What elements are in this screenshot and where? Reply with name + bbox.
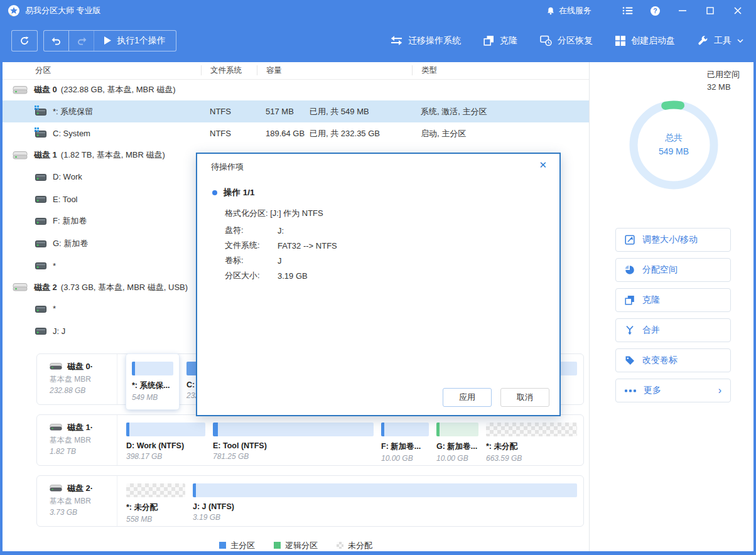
partition-icon — [35, 195, 46, 203]
unallocated-swatch — [337, 542, 343, 549]
partition-bar — [486, 423, 577, 436]
apply-button[interactable]: 应用 — [443, 388, 492, 407]
disk-group-row[interactable]: 磁盘 0 (232.88 GB, 基本盘, MBR 磁盘) — [3, 80, 589, 100]
partition-icon — [35, 130, 46, 137]
app-title: 易我分区大师 专业版 — [25, 5, 101, 16]
disk-icon — [50, 423, 62, 431]
table-header: 分区 文件系统 容量 类型 — [3, 62, 589, 80]
titlebar: 易我分区大师 专业版 在线服务 ? — [0, 0, 756, 21]
app-logo-icon — [8, 4, 20, 17]
partition-icon — [35, 327, 46, 335]
more-button[interactable]: 更多 › — [615, 379, 731, 402]
main-area: 分区 文件系统 容量 类型 磁盘 0 (232.88 GB, 基本盘, MBR … — [3, 62, 753, 551]
operation-details: 盘符:J: 文件系统:FAT32 --> NTFS 卷标:J 分区大小:3.19… — [225, 223, 337, 283]
play-icon — [104, 36, 111, 45]
partition-bar — [126, 483, 185, 497]
partition-bar — [193, 483, 577, 497]
partition-row-c-system[interactable]: C: System NTFS 189.64 GB已用, 共 232.35 GB … — [3, 122, 589, 144]
disk2-card: 磁盘 2· 基本盘 MBR 3.73 GB *: 未分配 558 MB — [36, 475, 584, 527]
diskmap-partition-d-work[interactable]: D: Work (NTFS) 398.17 GB — [126, 423, 205, 465]
refresh-button[interactable] — [12, 31, 37, 51]
undo-button[interactable] — [44, 31, 69, 51]
help-icon[interactable]: ? — [645, 3, 664, 19]
merge-icon — [625, 325, 635, 335]
col-type: 类型 — [412, 65, 589, 75]
clone-icon — [625, 295, 635, 305]
used-space-label: 已用空间 — [707, 69, 740, 80]
migrate-os-button[interactable]: 迁移操作系统 — [391, 35, 461, 46]
wrench-icon — [698, 35, 708, 46]
more-dots-icon — [625, 389, 636, 392]
diskmap-partition-j[interactable]: J: J (NTFS) 3.19 GB — [193, 483, 577, 526]
pending-operations-dialog: 待操作项 ✕ 操作 1/1 格式化分区: [J:] 作为 NTFS 盘符:J: … — [196, 153, 561, 416]
diskmap-partition-e-tool[interactable]: E: Tool (NTFS) 781.25 GB — [213, 423, 374, 465]
logical-partition-swatch — [274, 542, 281, 549]
partition-icon — [35, 305, 46, 313]
allocate-space-button[interactable]: 分配空间 — [615, 258, 731, 282]
partition-icon — [35, 240, 46, 247]
tools-menu-button[interactable]: 工具 — [698, 35, 743, 46]
close-button[interactable] — [728, 3, 747, 19]
windows-icon — [615, 36, 625, 46]
svg-text:?: ? — [653, 7, 657, 14]
used-space-value: 32 MB — [707, 82, 740, 92]
execute-operations-button[interactable]: 执行1个操作 — [94, 35, 176, 46]
disk2-info[interactable]: 磁盘 2· 基本盘 MBR 3.73 GB — [37, 476, 117, 526]
operation-counter: 操作 1/1 — [224, 187, 255, 198]
diskmap-partition-f-volume[interactable]: F: 新加卷... 10.00 GB — [381, 423, 429, 465]
dialog-title: 待操作项 — [211, 161, 244, 173]
chevron-down-icon — [737, 39, 743, 43]
minimize-button[interactable] — [673, 3, 692, 19]
disk-icon — [13, 85, 28, 95]
partition-row-system-reserved[interactable]: *: 系统保留 NTFS 517 MB已用, 共 549 MB 系统, 激活, … — [3, 100, 589, 122]
bell-icon — [546, 6, 555, 16]
clone-partition-button[interactable]: 克隆 — [615, 288, 731, 312]
resize-move-icon — [625, 235, 635, 245]
total-label: 总共 — [624, 132, 724, 144]
partition-icon — [35, 173, 46, 181]
diskmap-partition-system-reserved[interactable]: *: 系统保... 549 MB — [126, 354, 179, 409]
partition-bar — [213, 423, 374, 436]
diskmap-partition-unallocated[interactable]: *: 未分配 663.59 GB — [486, 423, 577, 465]
diskmap-partition-unallocated[interactable]: *: 未分配 558 MB — [126, 483, 185, 526]
disk-icon — [50, 362, 62, 370]
partition-bar — [381, 423, 429, 436]
dialog-close-icon[interactable]: ✕ — [539, 159, 547, 171]
toolbar: 执行1个操作 迁移操作系统 克隆 分区恢复 创建启动盘 工具 — [0, 21, 756, 62]
disk-icon — [50, 484, 62, 492]
side-panel: 已用空间 32 MB 总共 549 MB 调整大小/移动 分配空间 — [589, 62, 753, 551]
partition-icon — [35, 108, 46, 116]
operation-bullet — [212, 190, 217, 195]
tag-icon — [625, 355, 635, 365]
disk0-info[interactable]: 磁盘 0· 基本盘 MBR 232.88 GB — [37, 354, 117, 404]
operations-list-icon[interactable] — [618, 3, 637, 19]
cancel-button[interactable]: 取消 — [500, 388, 549, 407]
total-value: 549 MB — [624, 146, 724, 156]
partition-recovery-button[interactable]: 分区恢复 — [540, 35, 593, 46]
disk1-card: 磁盘 1· 基本盘 MBR 1.82 TB D: Work (NTFS) 398… — [36, 414, 584, 466]
app-window: 易我分区大师 专业版 在线服务 ? — [0, 0, 756, 555]
diskmap-partition-g-volume[interactable]: G: 新加卷... 10.00 GB — [436, 423, 478, 465]
partition-icon — [35, 262, 46, 269]
resize-move-button[interactable]: 调整大小/移动 — [615, 228, 731, 252]
partition-bar — [436, 423, 478, 436]
disk1-info[interactable]: 磁盘 1· 基本盘 MBR 1.82 TB — [37, 415, 117, 465]
disk-icon — [13, 151, 28, 160]
change-label-button[interactable]: 改变卷标 — [615, 348, 731, 372]
operation-description: 格式化分区: [J:] 作为 NTFS — [225, 208, 323, 219]
disk-icon — [13, 283, 28, 292]
migrate-os-icon — [391, 36, 402, 45]
merge-button[interactable]: 合并 — [615, 318, 731, 342]
maximize-button[interactable] — [701, 3, 720, 19]
partition-icon — [35, 217, 46, 225]
pie-chart-icon — [625, 265, 635, 275]
col-filesystem: 文件系统 — [201, 65, 257, 75]
col-partition: 分区 — [3, 65, 201, 75]
primary-partition-swatch — [219, 542, 226, 549]
clone-button[interactable]: 克隆 — [483, 35, 517, 46]
redo-button[interactable] — [69, 31, 94, 51]
clone-icon — [483, 35, 494, 46]
chevron-right-icon: › — [718, 385, 721, 396]
create-boot-disk-button[interactable]: 创建启动盘 — [615, 35, 675, 46]
online-service-button[interactable]: 在线服务 — [546, 5, 591, 16]
